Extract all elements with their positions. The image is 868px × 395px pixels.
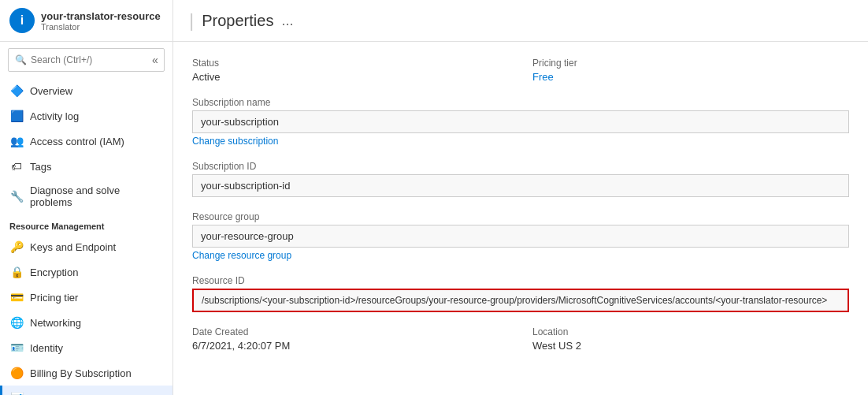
header-divider: | bbox=[189, 9, 194, 32]
pricing-tier-section: Pricing tier Free bbox=[532, 58, 849, 83]
pricing-tier-value: Free bbox=[532, 71, 849, 83]
resource-mgmt-section-label: Resource Management bbox=[0, 214, 172, 234]
resource-id-value: /subscriptions/<your-subscription-id>/re… bbox=[192, 289, 849, 312]
billing-icon: 🟠 bbox=[9, 366, 24, 380]
keys-icon: 🔑 bbox=[9, 240, 24, 254]
pricing-tier-label: Pricing tier bbox=[532, 58, 849, 69]
search-container: 🔍 « bbox=[8, 48, 165, 72]
date-created-value: 6/7/2021, 4:20:07 PM bbox=[192, 340, 509, 352]
status-label: Status bbox=[192, 58, 509, 69]
sidebar-item-activity-log[interactable]: 🟦 Activity log bbox=[0, 103, 172, 129]
encryption-icon: 🔒 bbox=[9, 265, 24, 279]
resource-group-label: Resource group bbox=[192, 211, 849, 222]
main-content: | Properties ... Status Active Pricing t… bbox=[173, 0, 868, 395]
date-location-row: Date Created 6/7/2021, 4:20:07 PM Locati… bbox=[192, 326, 849, 366]
change-subscription-link[interactable]: Change subscription bbox=[192, 136, 849, 147]
sidebar-item-label: Keys and Endpoint bbox=[30, 241, 116, 253]
sidebar-item-encryption[interactable]: 🔒 Encryption bbox=[0, 259, 172, 285]
info-icon: i bbox=[9, 8, 35, 33]
resource-name: your-translator-resource bbox=[41, 10, 161, 22]
activity-log-icon: 🟦 bbox=[9, 109, 24, 123]
pricing-icon: 💳 bbox=[9, 290, 24, 304]
identity-icon: 🪪 bbox=[9, 341, 24, 355]
date-created-section: Date Created 6/7/2021, 4:20:07 PM bbox=[192, 326, 509, 352]
sidebar-item-label: Properties bbox=[30, 393, 76, 396]
sidebar-item-keys-endpoint[interactable]: 🔑 Keys and Endpoint bbox=[0, 234, 172, 259]
date-created-label: Date Created bbox=[192, 326, 509, 337]
status-section: Status Active bbox=[192, 58, 509, 83]
sidebar-item-label: Networking bbox=[30, 317, 81, 329]
change-resource-group-link[interactable]: Change resource group bbox=[192, 250, 849, 261]
resource-id-section: Resource ID /subscriptions/<your-subscri… bbox=[192, 275, 849, 312]
subscription-name-label: Subscription name bbox=[192, 97, 849, 108]
status-value: Active bbox=[192, 71, 509, 83]
location-value: West US 2 bbox=[532, 340, 849, 352]
content-area: Status Active Pricing tier Free Subscrip… bbox=[173, 42, 868, 395]
sidebar-item-label: Tags bbox=[30, 161, 51, 173]
sidebar-item-pricing-tier[interactable]: 💳 Pricing tier bbox=[0, 285, 172, 310]
search-input[interactable] bbox=[31, 54, 149, 65]
tags-icon: 🏷 bbox=[9, 159, 24, 173]
page-title: Properties bbox=[202, 12, 273, 30]
sidebar-item-networking[interactable]: 🌐 Networking bbox=[0, 310, 172, 335]
sidebar: i your-translator-resource Translator 🔍 … bbox=[0, 0, 173, 395]
sidebar-item-label: Overview bbox=[30, 85, 72, 97]
subscription-id-input: your-subscription-id bbox=[192, 174, 849, 197]
networking-icon: 🌐 bbox=[9, 315, 24, 330]
sidebar-title-block: your-translator-resource Translator bbox=[41, 10, 161, 32]
overview-icon: 🔷 bbox=[9, 84, 24, 98]
collapse-button[interactable]: « bbox=[149, 52, 161, 68]
subscription-id-section: Subscription ID your-subscription-id bbox=[192, 161, 849, 197]
resource-type: Translator bbox=[41, 22, 161, 32]
sidebar-item-billing[interactable]: 🟠 Billing By Subscription bbox=[0, 360, 172, 386]
location-label: Location bbox=[532, 326, 849, 337]
sidebar-item-label: Access control (IAM) bbox=[30, 136, 124, 147]
resource-id-label: Resource ID bbox=[192, 275, 849, 286]
resource-group-input: your-resource-group bbox=[192, 225, 849, 248]
sidebar-item-label: Pricing tier bbox=[30, 292, 78, 304]
sidebar-item-label: Encryption bbox=[30, 266, 78, 278]
resource-group-section: Resource group your-resource-group Chang… bbox=[192, 211, 849, 261]
sidebar-item-label: Identity bbox=[30, 342, 63, 354]
sidebar-item-tags[interactable]: 🏷 Tags bbox=[0, 154, 172, 179]
search-icon: 🔍 bbox=[15, 54, 27, 65]
sidebar-item-label: Diagnose and solve problems bbox=[30, 184, 163, 208]
sidebar-item-access-control[interactable]: 👥 Access control (IAM) bbox=[0, 129, 172, 154]
sidebar-item-properties[interactable]: 📊 Properties bbox=[0, 386, 172, 395]
sidebar-item-diagnose[interactable]: 🔧 Diagnose and solve problems bbox=[0, 179, 172, 214]
sidebar-header: i your-translator-resource Translator bbox=[0, 0, 172, 42]
status-pricing-row: Status Active Pricing tier Free bbox=[192, 58, 849, 97]
subscription-id-label: Subscription ID bbox=[192, 161, 849, 172]
sidebar-item-identity[interactable]: 🪪 Identity bbox=[0, 335, 172, 360]
sidebar-item-label: Billing By Subscription bbox=[30, 367, 132, 379]
location-section: Location West US 2 bbox=[532, 326, 849, 352]
properties-icon: 📊 bbox=[9, 391, 24, 395]
sidebar-item-label: Activity log bbox=[30, 110, 79, 122]
sidebar-item-overview[interactable]: 🔷 Overview bbox=[0, 78, 172, 103]
subscription-name-section: Subscription name your-subscription Chan… bbox=[192, 97, 849, 147]
subscription-name-input: your-subscription bbox=[192, 110, 849, 133]
more-options-icon[interactable]: ... bbox=[281, 13, 293, 29]
diagnose-icon: 🔧 bbox=[9, 189, 24, 203]
access-control-icon: 👥 bbox=[9, 134, 24, 148]
page-header: | Properties ... bbox=[173, 0, 868, 42]
